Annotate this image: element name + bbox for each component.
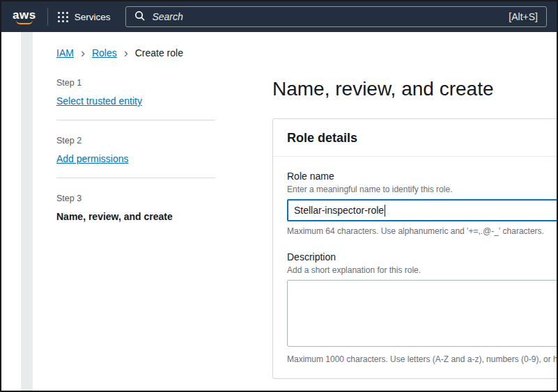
role-name-constraint-text: Maximum 64 characters. Use alphanumeric … — [287, 226, 558, 236]
breadcrumb-separator-icon: › — [124, 48, 128, 58]
page-title: Name, review, and create — [272, 78, 558, 100]
step-link-select-trusted-entity[interactable]: Select trusted entity — [56, 95, 142, 107]
breadcrumb-current-page: Create role — [135, 47, 183, 58]
aws-logo[interactable]: aws — [13, 10, 36, 24]
aws-logo-text: aws — [13, 10, 36, 20]
role-name-input[interactable]: Stellar-inspector-role — [287, 199, 558, 221]
description-textarea[interactable] — [287, 280, 558, 347]
role-name-field: Role name Enter a meaningful name to ide… — [287, 171, 558, 236]
role-details-header: Role details — [273, 119, 558, 157]
breadcrumb: IAM › Roles › Create role — [56, 47, 183, 58]
top-navigation-bar: aws Services [Alt+S] — [1, 1, 557, 32]
role-name-label: Role name — [287, 171, 558, 182]
breadcrumb-link-roles[interactable]: Roles — [92, 47, 117, 58]
global-search-box[interactable]: [Alt+S] — [125, 6, 547, 27]
description-help-text: Add a short explanation for this role. — [287, 265, 558, 275]
services-grid-icon — [58, 12, 68, 22]
description-field: Description Add a short explanation for … — [287, 251, 558, 364]
step-number: Step 1 — [56, 78, 215, 88]
breadcrumb-separator-icon: › — [81, 48, 85, 58]
aws-logo-swoosh-icon — [16, 20, 33, 24]
search-input[interactable] — [152, 11, 502, 22]
wizard-step-1: Step 1 Select trusted entity — [56, 74, 215, 120]
wizard-step-2: Step 2 Add permissions — [56, 120, 215, 178]
role-name-value: Stellar-inspector-role — [294, 205, 384, 216]
wizard-step-3: Step 3 Name, review, and create — [56, 178, 215, 235]
step-number: Step 3 — [56, 194, 215, 203]
services-label: Services — [75, 12, 111, 22]
text-cursor — [385, 205, 385, 217]
description-constraint-text: Maximum 1000 characters. Use letters (A-… — [287, 354, 558, 364]
services-menu-button[interactable]: Services — [58, 12, 111, 22]
step-link-add-permissions[interactable]: Add permissions — [56, 153, 129, 164]
step-number: Step 2 — [56, 136, 215, 146]
nav-divider — [47, 8, 48, 26]
role-details-card: Role details Role name Enter a meaningfu… — [272, 118, 558, 379]
search-keyboard-shortcut: [Alt+S] — [509, 11, 538, 22]
breadcrumb-link-iam[interactable]: IAM — [56, 47, 74, 58]
role-name-help-text: Enter a meaningful name to identify this… — [287, 185, 558, 194]
role-details-body: Role name Enter a meaningful name to ide… — [273, 157, 558, 378]
search-icon — [134, 10, 145, 24]
wizard-step-nav: Step 1 Select trusted entity Step 2 Add … — [56, 74, 215, 235]
side-panel-strip — [21, 32, 33, 391]
description-label: Description — [287, 251, 558, 262]
aws-console-window: aws Services [Alt+S] IAM › Roles › — [0, 0, 558, 392]
main-content: Name, review, and create Role details Ro… — [272, 71, 558, 379]
step-current-name-review-create: Name, review, and create — [56, 211, 173, 222]
